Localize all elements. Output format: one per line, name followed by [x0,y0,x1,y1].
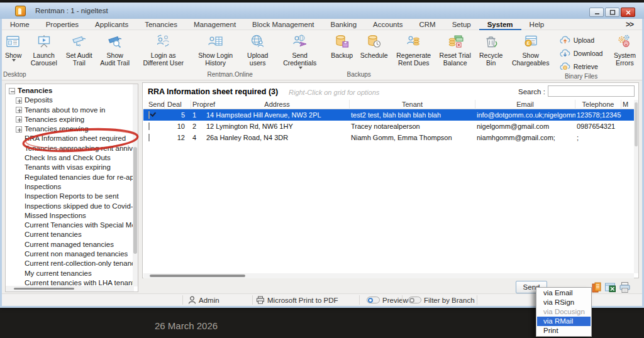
grid-horizontal-scrollbar[interactable] [143,273,634,278]
tree-item-inspections-skipped-covid[interactable]: Inspections skipped due to Covid-19 [6,202,138,211]
tree-item-regulated-tenancies[interactable]: Regulated tenancies due for re-applica [6,173,138,182]
retrieve-binary-button[interactable]: Retrieve [556,60,602,73]
menu-tenancies[interactable]: Tenancies [136,19,186,30]
upload-binary-button[interactable]: Upload [556,33,598,46]
menu-item-via-rsign[interactable]: via RSign [537,298,591,307]
menu-item-print[interactable]: Print [537,326,591,335]
tree-item-current-non-managed[interactable]: Current non managed tenancies [6,249,138,259]
filter-by-branch-toggle[interactable]: Filter by Branch [408,294,475,306]
reset-trial-balance-button[interactable]: Reset Trial Balance [434,31,477,67]
tree-item-tenants-visas-expiring[interactable]: Tenants with visas expiring [6,163,138,172]
tree-item-rent-collection-only[interactable]: Current rent-collection-only tenancies [6,259,138,268]
tree-item-deposits[interactable]: Deposits [6,95,138,105]
tree-item-check-ins-outs[interactable]: Check Ins and Check Outs [6,153,138,163]
scrollbar-thumb[interactable] [14,288,74,290]
menu-home[interactable]: Home [2,19,38,30]
menu-accounts[interactable]: Accounts [365,19,411,30]
column-header-send[interactable]: Send [143,100,165,109]
tree-item-missed-inspections[interactable]: Missed Inspections [6,211,138,221]
tree-item-tenancies-expiring[interactable]: Tenancies expiring [6,115,138,124]
download-binary-button[interactable]: Download [556,46,607,60]
schedule-button[interactable]: Schedule [357,31,391,59]
tree-item-current-tenancies[interactable]: Current tenancies [6,230,138,239]
toggle-switch-icon[interactable] [367,297,380,303]
tree-item-inspections[interactable]: Inspections [6,182,138,192]
window-title: Rentman : 1 - nigeltest [35,7,108,14]
tree-item-inspection-reports[interactable]: Inspection Reports to be sent [6,192,138,201]
ribbon-button-label: Send Credentials [277,52,323,67]
tree-item-tenants-about-to-move-in[interactable]: Tenants about to move in [6,106,138,115]
upload-users-button[interactable]: Upload users [240,31,275,67]
column-header-propref[interactable]: Propref [191,100,205,109]
menu-crm[interactable]: CRM [411,19,443,30]
column-header-telephone[interactable]: Telephone [575,100,621,109]
tree-label: Inspections [25,183,61,190]
launch-carousel-button[interactable]: Launch Carousel [29,31,59,67]
selected-printer[interactable]: Microsoft Print to PDF [256,294,338,306]
menu-help[interactable]: Help [521,19,553,30]
send-checkbox[interactable] [148,111,150,119]
column-header-email[interactable]: Email [475,100,575,109]
tree-root-tenancies[interactable]: Tenancies [6,86,138,95]
column-header-mobile[interactable]: M [621,100,634,109]
menu-management[interactable]: Management [186,19,244,30]
menu-block-management[interactable]: Block Management [244,19,322,30]
system-errors-button[interactable]: System Errors [609,31,640,67]
table-header-row[interactable]: Send Deal Propref Address Tenant Email T… [143,100,634,109]
column-header-tenant[interactable]: Tenant [350,100,475,109]
recycle-bin-button[interactable]: Recycle Bin [477,31,506,67]
grid-vertical-scrollbar[interactable] [634,100,638,273]
menu-applicants[interactable]: Applicants [87,19,136,30]
scrollbar-thumb[interactable] [133,147,137,254]
toggle-label: Preview [382,297,408,304]
tree-item-tenancies-renewing[interactable]: Tenancies renewing [6,124,138,134]
tree-item-current-managed[interactable]: Current managed tenancies [6,240,138,249]
table-row[interactable]: 10 2 12 Lymington Rd, NW6 1HY Tracey not… [143,121,634,132]
sidebar-horizontal-scrollbar[interactable] [6,286,134,292]
tree-item-rra-information-sheet-required[interactable]: RRA Information sheet required [6,134,138,143]
send-checkbox[interactable] [148,134,150,141]
column-header-address[interactable]: Address [205,100,350,109]
collapse-icon[interactable] [9,88,15,94]
sidebar-vertical-scrollbar[interactable] [133,84,138,286]
close-button[interactable] [621,8,635,17]
expand-icon[interactable] [16,126,22,133]
table-row[interactable]: 5 1 14 Hampstead Hill Avenue, NW3 2PL te… [143,109,634,121]
tree-item-my-current-tenancies[interactable]: My current tenancies [6,269,138,278]
tree-item-special-measures[interactable]: Current Tenancies with Special Measur [6,221,138,230]
send-credentials-button[interactable]: Send Credentials [275,31,325,69]
expand-icon[interactable] [16,107,22,113]
show-chargeables-button[interactable]: £ Show Chargeables [508,31,553,67]
login-as-different-user-button[interactable]: Login as Different User [136,31,191,67]
scrollbar-thumb[interactable] [635,102,638,146]
set-audit-trail-button[interactable]: Set Audit Trail [62,31,97,67]
table-row[interactable]: 12 4 26a Hanley Road, N4 3DR Niamh Gomm,… [143,132,634,143]
send-checkbox[interactable] [148,123,150,130]
menu-item-via-rmail[interactable]: via RMail [537,317,591,326]
menu-overflow-button[interactable]: >> [626,20,633,29]
menu-item-via-email[interactable]: via Email [537,288,591,298]
column-header-deal[interactable]: Deal [165,100,191,109]
expand-icon[interactable] [16,116,22,123]
maximize-button[interactable] [605,8,619,17]
tree-label: My current tenancies [25,270,92,277]
toggle-switch-icon[interactable] [408,297,421,303]
show-login-history-button[interactable]: Show Login History [191,31,240,67]
print-button[interactable] [619,281,631,293]
regenerate-rent-dues-button[interactable]: Regenerate Rent Dues [394,31,434,67]
show-audit-trail-button[interactable]: Show Audit Trail [97,31,133,67]
expand-icon[interactable] [16,97,22,104]
show-desktop-button[interactable]: Show [3,31,23,62]
export-accounts-button[interactable] [591,281,602,293]
menu-properties[interactable]: Properties [38,19,87,30]
search-input[interactable] [548,85,635,97]
menu-banking[interactable]: Banking [323,19,365,30]
tree-item-tenancies-approaching-rent-anniversary[interactable]: Tenancies approaching rent anniversar [6,144,138,153]
backup-button[interactable]: Backup [327,31,357,59]
menu-system[interactable]: System [479,19,521,30]
menu-setup[interactable]: Setup [444,19,479,30]
minimize-button[interactable] [589,8,604,17]
export-excel-button[interactable] [604,281,616,293]
scrollbar-thumb[interactable] [150,275,245,277]
clear-cache-button[interactable]: Clear Cache [640,31,642,67]
